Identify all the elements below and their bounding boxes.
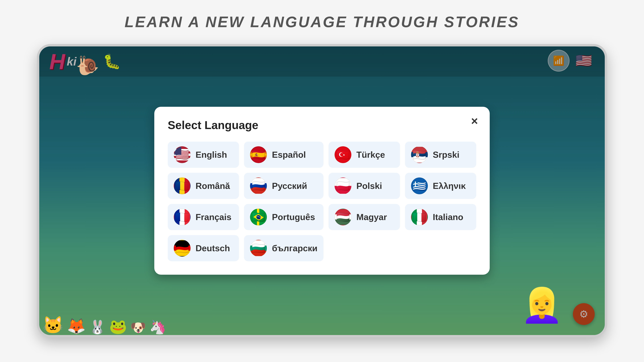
flag-fr: 🇫🇷 [174,209,190,225]
snail-character: 🐌 [76,55,99,76]
language-item-tr[interactable]: 🇹🇷Türkçe [328,142,400,168]
language-item-bg[interactable]: 🇧🇬български [244,235,324,261]
lang-name-el: Ελληνικ [433,181,466,191]
flag-es: 🇪🇸 [250,146,267,163]
language-item-ro[interactable]: 🇷🇴Română [168,173,239,199]
language-item-hu[interactable]: 🇭🇺Magyar [328,204,400,230]
lang-name-pt: Português [272,212,315,222]
flag-bg: 🇧🇬 [250,240,267,257]
language-item-sr[interactable]: 🇷🇸Srpski [405,142,476,168]
language-item-de[interactable]: 🇩🇪Deutsch [168,235,239,261]
language-item-es[interactable]: 🇪🇸Español [244,142,324,168]
lang-name-tr: Türkçe [356,150,385,160]
flag-hu: 🇭🇺 [334,209,351,225]
lang-name-ru: Русский [272,181,307,191]
lang-name-hu: Magyar [356,212,387,222]
lang-name-fr: Français [196,212,232,222]
lang-name-en: English [196,150,227,160]
flag-tr: 🇹🇷 [334,146,351,163]
language-item-it[interactable]: 🇮🇹Italiano [405,204,476,230]
bottom-animals: 🐱 🦊 🐰 🐸 🐶 🦄 [42,288,166,335]
flag-de: 🇩🇪 [174,240,190,257]
language-item-pt[interactable]: 🇧🇷Português [244,204,324,230]
language-modal: Select Language × 🇺🇸English🇪🇸Español🇹🇷Tü… [154,107,490,275]
flag-sr: 🇷🇸 [411,146,428,163]
language-item-en[interactable]: 🇺🇸English [168,142,239,168]
lang-name-pl: Polski [356,181,382,191]
lang-name-es: Español [272,150,306,160]
language-item-pl[interactable]: 🇵🇱Polski [328,173,400,199]
modal-title: Select Language [168,118,476,132]
flag-pl: 🇵🇱 [334,177,351,194]
language-item-fr[interactable]: 🇫🇷Français [168,204,239,230]
modal-close-button[interactable]: × [471,115,478,127]
language-grid: 🇺🇸English🇪🇸Español🇹🇷Türkçe🇷🇸Srpski🇷🇴Româ… [168,142,476,261]
caterpillar-character: 🐛 [103,53,121,70]
flag-en: 🇺🇸 [174,146,190,163]
flag-pt: 🇧🇷 [250,209,267,225]
flag-ro: 🇷🇴 [174,177,190,194]
lang-name-sr: Srpski [433,150,460,160]
flag-ru: 🇷🇺 [250,177,267,194]
lang-name-it: Italiano [433,212,464,222]
girl-character: 👱‍♀️ [521,286,563,325]
device-frame: H ki 📶 🇺🇸 🐌 🐛 🐱 🦊 🐰 🐸 🐶 🦄 👱‍♀️ ⚙ [37,44,607,337]
lang-name-bg: български [272,243,318,253]
lang-name-ro: Română [196,181,230,191]
language-item-ru[interactable]: 🇷🇺Русский [244,173,324,199]
flag-el: 🇬🇷 [411,177,428,194]
page-title: LEARN A NEW LANGUAGE THROUGH STORIES [124,13,520,31]
flag-it: 🇮🇹 [411,209,428,225]
language-item-el[interactable]: 🇬🇷Ελληνικ [405,173,476,199]
lang-name-de: Deutsch [196,243,230,253]
